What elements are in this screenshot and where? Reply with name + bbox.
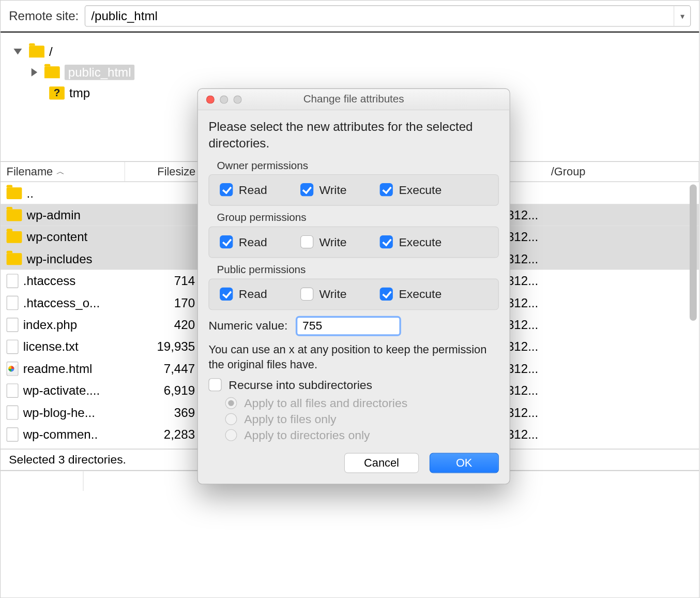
cancel-button[interactable]: Cancel [344, 453, 418, 473]
folder-icon [44, 66, 60, 78]
public-read-checkbox[interactable]: Read [220, 287, 267, 301]
radio-label: Apply to files only [244, 413, 336, 426]
tree-item-public-html[interactable]: public_html [13, 62, 686, 82]
column-filesize[interactable]: Filesize [125, 162, 202, 182]
owner-execute-checkbox[interactable]: Execute [380, 183, 442, 197]
file-group: 312... [507, 274, 538, 288]
column-filename[interactable]: Filename ︿ [1, 162, 125, 182]
group-write-checkbox[interactable]: Write [300, 235, 347, 249]
file-group: 312... [507, 361, 538, 376]
radio-icon [225, 397, 237, 409]
html-file-icon [7, 361, 19, 376]
column-label: Filesize [157, 165, 195, 178]
file-size: 420 [124, 318, 201, 332]
radio-icon [225, 429, 237, 441]
numeric-value-row: Numeric value: [208, 316, 499, 336]
file-icon [7, 427, 19, 442]
file-icon [7, 295, 19, 310]
numeric-value-label: Numeric value: [208, 319, 287, 333]
remote-site-input[interactable] [85, 9, 674, 23]
checkbox-icon[interactable] [300, 183, 313, 196]
tree-item-label: tmp [69, 86, 90, 100]
owner-read-checkbox[interactable]: Read [220, 183, 267, 197]
close-icon[interactable] [206, 95, 215, 103]
radio-apply-files: Apply to files only [225, 413, 498, 426]
owner-permissions: ReadWriteExecute [208, 174, 499, 206]
file-group: 312... [507, 405, 538, 420]
checkbox-label: Write [319, 287, 346, 301]
folder-icon [29, 46, 44, 57]
radio-label: Apply to directories only [244, 429, 370, 442]
group-permissions-label: Group permissions [217, 212, 498, 224]
checkbox-icon[interactable] [380, 288, 393, 301]
file-group: 312... [507, 208, 538, 222]
file-group: 312... [507, 251, 538, 266]
checkbox-icon[interactable] [300, 288, 313, 301]
public-write-checkbox[interactable]: Write [300, 287, 347, 301]
file-name: wp-commen.. [23, 427, 124, 442]
column-group[interactable]: /Group [510, 162, 699, 182]
public-execute-checkbox[interactable]: Execute [380, 287, 442, 301]
checkbox-icon[interactable] [380, 183, 393, 196]
disclosure-closed-icon[interactable] [32, 68, 37, 76]
file-size: 170 [124, 295, 201, 310]
file-name: license.txt [23, 339, 124, 354]
checkbox-icon[interactable] [300, 235, 313, 248]
file-size: 2,283 [124, 427, 201, 442]
tree-item-label: public_html [65, 64, 134, 80]
file-name: readme.html [23, 361, 124, 376]
disclosure-open-icon[interactable] [13, 48, 22, 54]
zoom-icon [234, 95, 242, 103]
file-icon [7, 405, 19, 420]
public-permissions: ReadWriteExecute [208, 278, 499, 310]
numeric-hint: You can use an x at any position to keep… [208, 342, 499, 372]
checkbox-icon[interactable] [220, 183, 233, 196]
dialog-buttons: Cancel OK [208, 453, 499, 473]
file-name: wp-blog-he... [23, 405, 124, 420]
dialog-titlebar[interactable]: Change file attributes [198, 89, 510, 110]
column-label: /Group [551, 165, 586, 178]
file-group: 312... [507, 427, 538, 442]
checkbox-label: Read [239, 235, 267, 249]
file-icon [7, 339, 19, 354]
file-group: 312... [507, 383, 538, 398]
file-name: wp-content [27, 230, 128, 244]
chevron-down-icon[interactable]: ▾ [674, 6, 690, 26]
numeric-value-input[interactable] [296, 316, 401, 336]
column-label: Filename [7, 165, 53, 178]
bottom-segment [1, 471, 83, 491]
radio-label: Apply to all files and directories [244, 397, 407, 410]
folder-icon [7, 187, 22, 199]
recurse-checkbox-row[interactable]: Recurse into subdirectories [208, 378, 499, 392]
change-attributes-dialog: Change file attributes Please select the… [197, 88, 510, 484]
checkbox-icon[interactable] [220, 288, 233, 301]
file-size: 19,935 [124, 339, 201, 354]
group-execute-checkbox[interactable]: Execute [380, 235, 442, 249]
file-size: 369 [124, 405, 201, 420]
radio-icon [225, 413, 237, 425]
file-name: index.php [23, 318, 124, 332]
tree-root-label: / [49, 44, 53, 58]
group-read-checkbox[interactable]: Read [220, 235, 267, 249]
unknown-folder-icon: ? [49, 86, 65, 99]
file-group: 312... [507, 318, 538, 332]
file-group: 312... [507, 295, 538, 310]
ok-button[interactable]: OK [429, 453, 499, 473]
scrollbar[interactable] [690, 184, 697, 321]
folder-icon [7, 253, 22, 265]
dialog-title: Change file attributes [198, 93, 510, 106]
file-name: .. [27, 186, 128, 200]
checkbox-label: Write [319, 183, 346, 197]
owner-write-checkbox[interactable]: Write [300, 183, 347, 197]
checkbox-icon[interactable] [380, 235, 393, 248]
recurse-checkbox[interactable] [208, 379, 221, 392]
tree-root[interactable]: / [13, 41, 686, 62]
file-icon [7, 274, 19, 288]
radio-apply-dirs: Apply to directories only [225, 429, 498, 442]
window-controls [206, 95, 242, 103]
minimize-icon [220, 95, 228, 103]
remote-site-combobox[interactable]: ▾ [85, 5, 691, 26]
sort-ascending-icon: ︿ [56, 166, 65, 177]
file-name: wp-admin [27, 208, 128, 222]
checkbox-icon[interactable] [220, 235, 233, 248]
